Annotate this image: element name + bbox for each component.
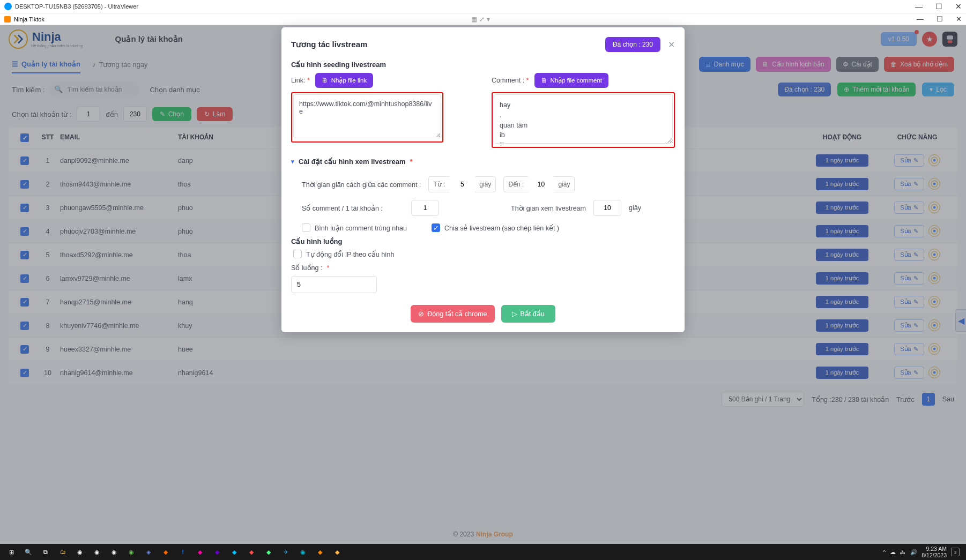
chevron-down-icon: ▾	[291, 158, 294, 165]
app-title: Ninja Tiktok	[14, 16, 44, 23]
maximize-icon[interactable]: ☐	[935, 2, 942, 11]
telegram-icon[interactable]: ✈	[278, 545, 294, 559]
play-icon: ▷	[512, 310, 517, 318]
facebook-icon[interactable]: f	[175, 545, 191, 559]
share-livestream-checkbox[interactable]: ✓	[432, 223, 440, 232]
auto-ip-checkbox[interactable]	[293, 250, 302, 258]
discord-icon[interactable]: ◈	[140, 545, 157, 559]
inner-minimize-icon[interactable]: —	[917, 15, 924, 23]
seeding-section-title: Cấu hình seeding livestream	[291, 61, 675, 69]
watch-duration-input[interactable]	[593, 200, 621, 216]
inner-close-icon[interactable]: ✕	[956, 15, 962, 23]
onedrive-icon[interactable]: ☁	[890, 549, 896, 555]
start-icon[interactable]: ⊞	[3, 545, 19, 559]
app-icon[interactable]: ◆	[226, 545, 242, 559]
duplicate-comment-checkbox[interactable]	[302, 223, 310, 232]
app-icon[interactable]: ◆	[261, 545, 277, 559]
app-icon[interactable]: ◆	[209, 545, 225, 559]
explorer-icon[interactable]: 🗂	[55, 545, 71, 559]
ninja-app-icon[interactable]: ◆	[329, 545, 345, 559]
app-icon[interactable]: ◆	[192, 545, 208, 559]
task-view-icon[interactable]: ⧉	[38, 545, 54, 559]
ninja-app-icon[interactable]: ◆	[312, 545, 328, 559]
modal-title: Tương tác livstream	[291, 40, 367, 49]
inner-maximize-icon[interactable]: ☐	[937, 15, 943, 23]
file-icon: 🗎	[541, 77, 547, 84]
thread-count-input[interactable]	[291, 276, 377, 293]
link-input[interactable]: https://www.tiktok.com/@minhtushop8386/l…	[293, 94, 441, 138]
search-icon[interactable]: 🔍	[20, 545, 36, 559]
tray-chevron-icon[interactable]: ^	[883, 549, 886, 555]
comment-input[interactable]: hay . quan tâm ib like	[494, 94, 673, 144]
thread-section-title: Cấu hình luồng	[291, 237, 675, 245]
delay-from-input[interactable]	[448, 176, 476, 192]
livestream-modal: Tương tác livstream Đã chọn : 230 ✕ Cấu …	[281, 27, 685, 332]
close-circle-icon: ⊘	[418, 310, 424, 318]
speaker-icon[interactable]: 🔊	[910, 549, 917, 556]
import-link-button[interactable]: 🗎Nhập file link	[315, 73, 373, 88]
minimize-icon[interactable]: —	[915, 2, 923, 11]
inner-window-controls: — ☐ ✕	[917, 15, 962, 23]
window-title: DESKTOP-TU15NB3 (52683705) - UltraViewer	[15, 3, 138, 10]
app-icon[interactable]: ◆	[243, 545, 259, 559]
app-icon[interactable]: ◆	[158, 545, 174, 559]
view-config-collapse[interactable]: ▾ Cài đặt cấu hình xem livestream *	[291, 154, 675, 169]
chevron-down-icon[interactable]: ▾	[487, 16, 490, 23]
close-all-chrome-button[interactable]: ⊘Đóng tất cả chrome	[411, 305, 494, 323]
system-tray: ^ ☁ 🖧 🔊 9:23 AM 8/12/2023 3	[883, 546, 963, 558]
windows-taskbar: ⊞ 🔍 ⧉ 🗂 ◉ ◉ ◉ ◉ ◈ ◆ f ◆ ◆ ◆ ◆ ◆ ✈ ◉ ◆ ◆ …	[0, 544, 966, 560]
comments-per-account-input[interactable]	[411, 200, 439, 216]
window-controls: — ☐ ✕	[915, 2, 962, 11]
per-account-row: Số comment / 1 tài khoản : Thời gian xem…	[302, 200, 675, 216]
ninja-app-icon	[4, 16, 11, 23]
comment-label: Comment : *	[492, 77, 529, 84]
grid-icon[interactable]: ▦	[471, 16, 477, 23]
delay-config-row: Thời gian giãn cách giữa các comment : T…	[302, 176, 675, 192]
coccoc-icon[interactable]: ◉	[123, 545, 139, 559]
app-icon[interactable]: ◉	[295, 545, 311, 559]
ultraviewer-titlebar: DESKTOP-TU15NB3 (52683705) - UltraViewer…	[0, 0, 966, 13]
app-body: Ninja Hệ thống phần mềm Marketing Quản l…	[0, 25, 966, 544]
start-button[interactable]: ▷Bắt đầu	[501, 305, 555, 323]
ultraviewer-icon	[4, 3, 12, 10]
modal-selected-badge: Đã chọn : 230	[605, 37, 660, 52]
modal-close-icon[interactable]: ✕	[668, 40, 675, 50]
modal-overlay: Tương tác livstream Đã chọn : 230 ✕ Cấu …	[0, 25, 966, 544]
titlebar-center-tools: ▦ ⤢ ▾	[471, 16, 490, 23]
notification-icon[interactable]: 3	[951, 548, 960, 556]
delay-to-input[interactable]	[527, 176, 555, 192]
import-comment-button[interactable]: 🗎Nhập file comment	[534, 73, 608, 88]
chrome-icon[interactable]: ◉	[106, 545, 122, 559]
chrome-icon[interactable]: ◉	[89, 545, 105, 559]
link-label: Link: *	[291, 77, 310, 84]
expand-icon[interactable]: ⤢	[479, 16, 485, 23]
file-icon: 🗎	[322, 77, 328, 84]
clock[interactable]: 9:23 AM 8/12/2023	[922, 546, 947, 558]
close-icon[interactable]: ✕	[955, 2, 962, 11]
network-icon[interactable]: 🖧	[900, 549, 906, 555]
app-titlebar: Ninja Tiktok ▦ ⤢ ▾ — ☐ ✕	[0, 13, 966, 25]
chrome-icon[interactable]: ◉	[72, 545, 88, 559]
